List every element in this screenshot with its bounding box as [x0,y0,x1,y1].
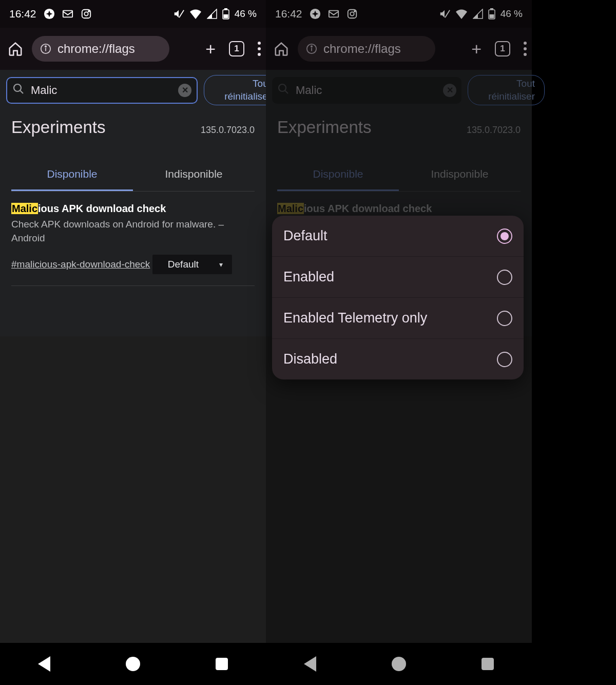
clear-search-button[interactable]: ✕ [178,84,191,97]
mute-icon [439,8,450,20]
wifi-icon [455,9,468,19]
svg-rect-22 [489,14,494,18]
flags-search-row: ✕ Tout réinitialiser [0,70,266,110]
system-nav-bar [266,643,532,685]
browser-toolbar: chrome://flags + 1 [266,28,532,70]
signal-icon [207,9,217,19]
svg-point-18 [354,11,355,12]
status-bar: 16:42 46 % [266,0,532,28]
option-label: Default [283,228,328,244]
nav-home-button[interactable] [392,657,406,671]
svg-point-12 [14,84,21,91]
flag-title: Malicious APK download check [277,203,521,215]
status-time: 16:42 [9,8,36,20]
nav-back-button[interactable] [304,656,316,672]
chevron-down-icon: ▾ [219,260,223,269]
svg-rect-15 [329,11,338,17]
option-label: Enabled Telemetry only [283,310,427,326]
tab-unavailable[interactable]: Indisponible [399,159,521,191]
svg-line-19 [445,10,450,18]
option-label: Enabled [283,269,334,285]
option-default[interactable]: Default [272,216,524,257]
svg-rect-7 [224,8,227,10]
option-enabled-telemetry[interactable]: Enabled Telemetry only [272,298,524,339]
instagram-icon [346,8,358,20]
option-enabled[interactable]: Enabled [272,257,524,298]
reset-all-button[interactable]: Tout réinitialiser [468,75,545,105]
tab-switcher-button[interactable]: 1 [495,41,510,56]
address-bar[interactable]: chrome://flags [298,36,435,62]
gmail-icon [62,8,73,20]
flags-search-row: ✕ Tout réinitialiser [266,70,532,110]
nav-recent-button[interactable] [216,658,228,670]
page-title: Experiments [277,118,371,137]
svg-point-4 [88,11,89,12]
browser-menu-button[interactable] [524,42,527,56]
system-nav-bar [0,643,266,685]
site-info-icon[interactable] [306,43,317,54]
instagram-icon [81,8,92,20]
tab-switcher-button[interactable]: 1 [229,41,244,56]
compass-icon [310,8,321,20]
compass-icon [44,8,55,20]
svg-line-5 [179,10,184,18]
url-text: chrome://flags [323,42,401,56]
nav-recent-button[interactable] [482,658,494,670]
svg-rect-8 [223,14,228,18]
site-info-icon[interactable] [40,43,51,54]
browser-home-button[interactable] [5,39,26,59]
page-title: Experiments [11,118,105,137]
address-bar[interactable]: chrome://flags [32,36,169,62]
flag-description: Check APK downloads on Android for malwa… [11,218,255,245]
status-bar: 16:42 46 % [0,0,266,28]
flag-value-select[interactable]: Default ▾ [152,255,232,274]
flags-search-box[interactable]: ✕ [6,77,198,104]
browser-menu-button[interactable] [258,42,261,56]
nav-home-button[interactable] [126,657,140,671]
option-disabled[interactable]: Disabled [272,339,524,379]
svg-line-27 [285,90,288,93]
signal-icon [473,9,483,19]
status-time: 16:42 [275,8,302,20]
svg-rect-21 [490,8,493,10]
svg-line-13 [21,90,24,93]
flag-item: Malicious APK download check Check APK d… [11,192,255,286]
flags-search-input[interactable] [31,84,172,97]
tab-available[interactable]: Disponible [11,159,133,191]
radio-unselected-icon [497,352,512,367]
flag-anchor-link[interactable]: #malicious-apk-download-check [11,259,150,270]
svg-point-26 [279,84,286,91]
svg-point-11 [45,46,46,47]
chrome-version: 135.0.7023.0 [201,125,255,136]
radio-selected-icon [497,229,512,244]
flag-options-menu: Default Enabled Enabled Telemetry only D… [272,216,524,379]
option-label: Disabled [283,351,337,367]
radio-unselected-icon [497,311,512,326]
chrome-version: 135.0.7023.0 [467,125,521,136]
search-icon [277,83,290,98]
flag-selected-value: Default [168,259,199,270]
wifi-icon [189,9,202,19]
tab-unavailable[interactable]: Indisponible [133,159,255,191]
new-tab-button[interactable]: + [205,40,216,58]
browser-home-button[interactable] [271,39,292,59]
flags-search-input[interactable] [296,84,437,97]
svg-point-3 [84,12,88,15]
mute-icon [173,8,184,20]
battery-text: 46 % [500,8,523,20]
gmail-icon [328,8,339,20]
svg-rect-1 [63,11,72,17]
battery-icon [488,8,495,20]
search-icon [12,83,25,98]
flags-search-box[interactable]: ✕ [272,77,461,104]
nav-back-button[interactable] [38,656,50,672]
flags-page: Experiments 135.0.7023.0 Disponible Indi… [0,110,266,643]
svg-point-25 [311,46,312,47]
new-tab-button[interactable]: + [471,40,482,58]
battery-text: 46 % [235,8,257,20]
clear-search-button[interactable]: ✕ [443,84,456,97]
tab-available[interactable]: Disponible [277,159,399,191]
battery-icon [222,8,229,20]
svg-point-17 [350,12,354,15]
browser-toolbar: chrome://flags + 1 [0,28,266,70]
